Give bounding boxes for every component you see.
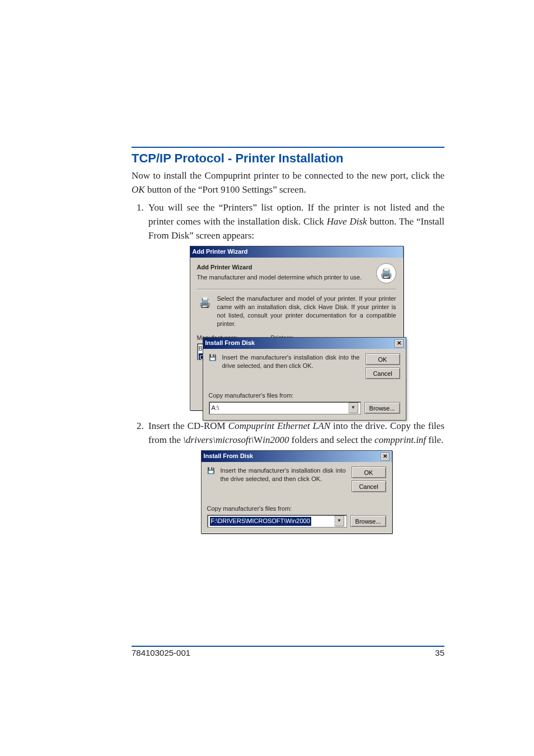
copy-from-label: Copy manufacturer's files from: (209, 391, 400, 400)
copy-from-path-field[interactable]: A:\ ▼ (209, 402, 361, 414)
step-2-text-a: Insert the CD-ROM (148, 421, 228, 431)
close-icon[interactable]: ✕ (395, 339, 404, 348)
cancel-button[interactable]: Cancel (352, 480, 386, 492)
step-2-folders: \drivers\microsoft\ (183, 435, 254, 445)
copy-from-path-value-2: F:\DRIVERS\MICROSOFT\Win2000 (210, 517, 311, 526)
install-from-disk-titlebar-2: Install From Disk ✕ (202, 451, 392, 462)
browse-button[interactable]: Browse... (364, 402, 400, 414)
step-2-text-d: file. (426, 435, 443, 445)
chevron-down-icon[interactable]: ▼ (335, 516, 344, 526)
wizard-header-bold: Add Printer Wizard (197, 263, 372, 272)
browse-button[interactable]: Browse... (350, 515, 386, 527)
step-2-text-c: folders and select the (289, 435, 374, 445)
step-2-cd: Compuprint Ethernet LAN (228, 421, 330, 431)
step-2-win-rest: in2000 (263, 435, 289, 445)
ok-button[interactable]: OK (352, 466, 386, 478)
cancel-button[interactable]: Cancel (366, 367, 400, 379)
close-icon[interactable]: ✕ (381, 452, 390, 461)
add-printer-wizard-titlebar: Add Printer Wizard (190, 246, 403, 258)
install-from-disk-msg-2: Insert the manufacturer's installation d… (221, 466, 346, 483)
disk-icon: 💾 (207, 466, 215, 475)
footer-doc-number: 784103025-001 (132, 648, 190, 657)
ok-button[interactable]: OK (366, 353, 400, 365)
intro-ok-text: OK (132, 184, 145, 195)
step-2-inf: compprint.inf (374, 435, 426, 445)
install-from-disk-nested-dialog: Install From Disk ✕ 💾 Insert the manufac… (203, 337, 406, 421)
add-printer-wizard-title: Add Printer Wizard (193, 248, 248, 256)
disk-icon: 💾 (209, 353, 217, 362)
printer-icon: 🖨️ (376, 263, 396, 283)
install-from-disk-titlebar: Install From Disk ✕ (203, 338, 406, 349)
wizard-header-sub: The manufacturer and model determine whi… (197, 273, 372, 282)
add-printer-wizard-dialog: Add Printer Wizard Add Printer Wizard Th… (190, 246, 404, 410)
copy-from-path-field-2[interactable]: F:\DRIVERS\MICROSOFT\Win2000 ▼ (207, 515, 347, 528)
step-1-havedisk: Have Disk (327, 216, 367, 227)
chevron-down-icon[interactable]: ▼ (349, 403, 358, 413)
section-title: TCP/IP Protocol - Printer Installation (132, 151, 444, 166)
wizard-info-text: Select the manufacturer and model of you… (217, 295, 396, 328)
install-from-disk-dialog: Install From Disk ✕ 💾 Insert the manufac… (201, 450, 392, 534)
printer-small-icon: 🖨️ (197, 295, 213, 310)
section-rule (132, 147, 444, 148)
footer-page-number: 35 (435, 648, 444, 657)
step-2: Insert the CD-ROM Compuprint Ethernet LA… (146, 419, 444, 534)
install-from-disk-msg: Insert the manufacturer's installation d… (222, 353, 360, 370)
step-1: You will see the “Printers” list option.… (146, 201, 444, 410)
intro-text-2: button of the “Port 9100 Settings” scree… (145, 184, 306, 195)
divider (197, 289, 396, 290)
install-from-disk-title-2: Install From Disk (204, 452, 254, 461)
intro-text-1: Now to install the Compuprint printer to… (132, 170, 444, 181)
step-2-win: W (254, 435, 263, 445)
copy-from-path-value: A:\ (212, 404, 219, 413)
copy-from-label-2: Copy manufacturer's files from: (207, 505, 386, 514)
install-from-disk-title: Install From Disk (205, 339, 255, 348)
intro-paragraph: Now to install the Compuprint printer to… (132, 169, 444, 197)
